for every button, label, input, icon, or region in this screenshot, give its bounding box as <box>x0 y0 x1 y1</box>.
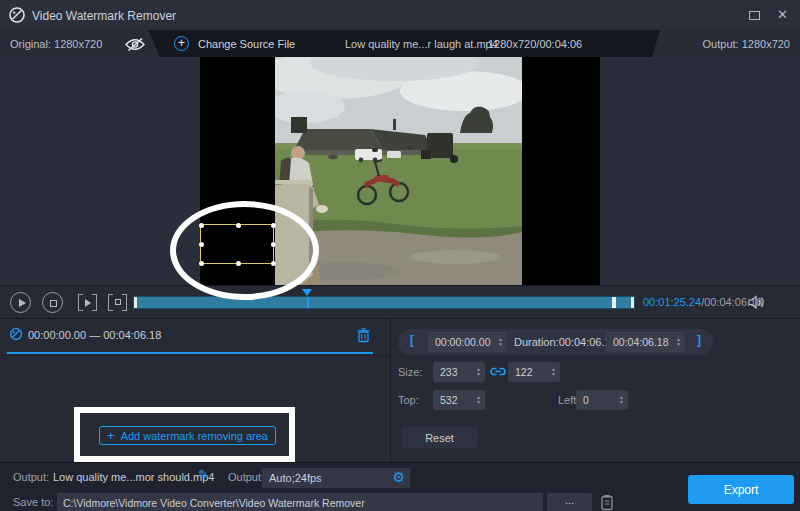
segment-selected-indicator <box>7 352 373 354</box>
spin-down-icon[interactable]: ▼ <box>619 400 624 406</box>
size-width-spinner[interactable]: 233 ▲▼ <box>433 362 485 382</box>
playhead-marker[interactable] <box>302 289 312 296</box>
end-time-value: 00:04:06.18 <box>606 336 676 348</box>
trim-start-handle[interactable] <box>134 297 137 308</box>
spin-down-icon[interactable]: ▼ <box>498 342 503 348</box>
output-format-value: Auto;24fps <box>269 472 322 484</box>
link-dimensions-icon[interactable] <box>490 365 506 378</box>
reset-button[interactable]: Reset <box>401 427 478 448</box>
watermark-segment-item[interactable]: 00:00:00.00 — 00:04:06.18 <box>0 319 390 356</box>
add-source-icon[interactable]: + <box>174 36 189 51</box>
source-file-name: Low quality me...r laugh at.mp4 <box>345 38 498 50</box>
start-time-value: 00:00:00.00 <box>428 336 498 348</box>
playhead-line <box>307 297 309 308</box>
play-icon <box>19 299 26 307</box>
top-label: Top: <box>398 394 419 406</box>
edit-filename-icon[interactable]: ✎ <box>198 467 209 482</box>
delete-segment-icon[interactable] <box>357 328 370 343</box>
left-position-value: 0 <box>576 394 619 406</box>
size-height-spinner[interactable]: 122 ▲▼ <box>508 362 560 382</box>
size-label: Size: <box>398 366 422 378</box>
toolbar: Original: 1280x720 + Change Source File … <box>0 30 800 57</box>
stop-button[interactable] <box>42 292 63 313</box>
open-folder-icon[interactable] <box>600 494 614 511</box>
app-title: Video Watermark Remover <box>32 9 176 23</box>
segment-time-range: 00:00:00.00 — 00:04:06.18 <box>28 329 161 341</box>
duration-label: Duration:00:04:06.18 <box>514 336 617 348</box>
spin-down-icon[interactable]: ▼ <box>476 372 481 378</box>
volume-icon[interactable] <box>748 295 766 310</box>
current-time: 00:01:25.24 <box>643 296 701 308</box>
top-position-value: 532 <box>433 394 476 406</box>
highlight-rect-annotation <box>74 407 295 462</box>
top-position-spinner[interactable]: 532 ▲▼ <box>433 390 485 410</box>
save-path-value: C:\Vidmore\Vidmore Video Converter\Video… <box>63 497 365 509</box>
save-path-field[interactable]: C:\Vidmore\Vidmore Video Converter\Video… <box>57 493 543 511</box>
output-format-field[interactable]: Auto;24fps ⚙ <box>262 468 410 488</box>
time-display: 00:01:25.24/00:04:06.18 <box>643 296 762 308</box>
frame-stop-icon <box>115 299 121 305</box>
preview-play-button[interactable] <box>78 294 97 311</box>
original-resolution-label: Original: 1280x720 <box>10 38 102 50</box>
trim-open-bracket: [ <box>410 333 414 347</box>
browse-folder-button[interactable]: ... <box>547 493 592 511</box>
save-to-label: Save to: <box>13 496 53 508</box>
play-button[interactable] <box>10 292 31 313</box>
export-label: Export <box>724 483 759 497</box>
change-source-file-button[interactable]: Change Source File <box>198 38 295 50</box>
output-bar: Output: Low quality me...mor should.mp4 … <box>0 462 800 511</box>
eye-off-icon[interactable] <box>124 37 146 52</box>
gear-icon[interactable]: ⚙ <box>392 469 405 485</box>
spin-down-icon[interactable]: ▼ <box>476 400 481 406</box>
close-button[interactable]: ✕ <box>777 7 788 22</box>
trim-end-handle[interactable] <box>612 297 616 308</box>
output-file-label: Output: <box>13 471 49 483</box>
properties-panel: [ 00:00:00.00 ▲▼ Duration:00:04:06.18 00… <box>390 319 800 463</box>
watermark-segment-icon <box>9 327 23 341</box>
spin-down-icon[interactable]: ▼ <box>676 342 681 348</box>
source-file-meta: 1280x720/00:04:06 <box>488 38 582 50</box>
output-resolution-label: Output: 1280x720 <box>703 38 790 50</box>
maximize-button[interactable] <box>749 11 760 20</box>
app-logo-icon <box>8 6 26 24</box>
size-width-value: 233 <box>433 366 476 378</box>
spin-down-icon[interactable]: ▼ <box>551 372 556 378</box>
frame-play-icon <box>85 299 91 307</box>
size-height-value: 122 <box>508 366 551 378</box>
left-position-spinner[interactable]: 0 ▲▼ <box>576 390 628 410</box>
output-format-label: Output: <box>228 471 264 483</box>
stop-icon <box>50 300 57 307</box>
export-button[interactable]: Export <box>688 475 794 504</box>
reset-label: Reset <box>425 432 454 444</box>
title-bar: Video Watermark Remover ✕ <box>0 0 800 30</box>
start-time-spinner[interactable]: 00:00:00.00 ▲▼ <box>428 332 507 352</box>
video-preview-area <box>0 57 800 285</box>
output-file-name: Low quality me...mor should.mp4 <box>53 471 214 483</box>
trim-close-bracket: ] <box>697 333 701 347</box>
playback-controls: 00:01:25.24/00:04:06.18 <box>0 285 800 318</box>
highlight-ellipse-annotation <box>170 201 319 300</box>
end-time-spinner[interactable]: 00:04:06.18 ▲▼ <box>606 332 685 352</box>
timeline-end-cap <box>631 297 634 308</box>
preview-stop-button[interactable] <box>108 294 127 311</box>
timeline-slider[interactable] <box>133 296 635 309</box>
